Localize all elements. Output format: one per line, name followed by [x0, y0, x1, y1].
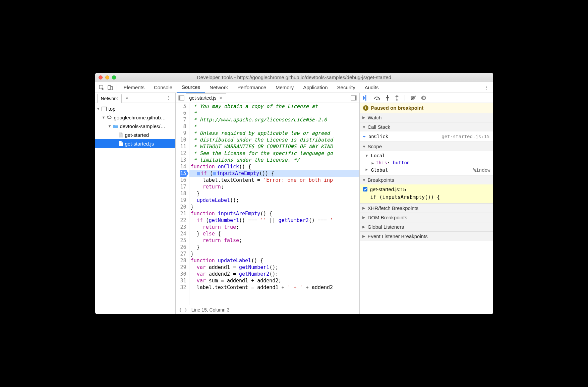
- editor-pane: get-started.js ✕ 56789101112131415161718…: [176, 93, 360, 314]
- navigator-overflow-icon[interactable]: »: [123, 95, 131, 101]
- pause-exceptions-icon[interactable]: [421, 95, 426, 101]
- tab-security[interactable]: Security: [333, 82, 360, 93]
- svg-rect-9: [365, 95, 366, 101]
- svg-point-14: [396, 99, 398, 101]
- tab-application[interactable]: Application: [298, 82, 332, 93]
- navigator-menu-icon[interactable]: ⋮: [163, 95, 174, 101]
- devtools-window: Developer Tools - https://googlechrome.g…: [95, 73, 493, 314]
- svg-rect-3: [102, 107, 107, 111]
- close-icon[interactable]: [99, 75, 103, 79]
- tab-memory[interactable]: Memory: [271, 82, 298, 93]
- svg-rect-2: [110, 87, 113, 90]
- svg-point-12: [387, 99, 388, 101]
- tab-network[interactable]: Network: [205, 82, 233, 93]
- tab-console[interactable]: Console: [149, 82, 177, 93]
- section-event-listeners[interactable]: ▶Event Listener Breakpoints: [360, 232, 493, 241]
- pretty-print-icon[interactable]: { }: [179, 307, 187, 313]
- paused-banner: i Paused on breakpoint: [360, 103, 493, 113]
- section-callstack[interactable]: ▼Call Stack: [360, 122, 493, 131]
- resume-icon[interactable]: [362, 95, 369, 101]
- tree-folder[interactable]: ▼ devtools-samples/…: [95, 122, 175, 130]
- close-tab-icon[interactable]: ✕: [219, 96, 223, 101]
- tree-top[interactable]: ▼ top: [95, 104, 175, 113]
- svg-rect-17: [423, 97, 424, 99]
- file-icon: [118, 141, 123, 146]
- toggle-debugger-icon[interactable]: [349, 95, 358, 101]
- step-into-icon[interactable]: [385, 95, 390, 101]
- section-watch[interactable]: ▶Watch: [360, 113, 493, 122]
- editor-tab[interactable]: get-started.js ✕: [186, 93, 227, 102]
- device-toggle-icon[interactable]: [106, 82, 115, 93]
- tree-file-js[interactable]: get-started.js: [95, 139, 175, 148]
- minimize-icon[interactable]: [105, 75, 109, 79]
- section-breakpoints[interactable]: ▼Breakpoints: [360, 175, 493, 184]
- main-tab-strip: ElementsConsoleSourcesNetworkPerformance…: [95, 82, 493, 93]
- more-icon[interactable]: ⋮: [482, 82, 491, 93]
- breakpoint-item[interactable]: get-started.js:15: [360, 184, 493, 194]
- navigator-tab-network[interactable]: Network: [97, 94, 122, 103]
- scope-local[interactable]: ▼Local: [360, 152, 493, 159]
- file-icon: [118, 132, 123, 137]
- debugger-toolbar: [360, 93, 493, 103]
- titlebar: Developer Tools - https://googlechrome.g…: [95, 73, 493, 82]
- section-xhr[interactable]: ▶XHR/fetch Breakpoints: [360, 204, 493, 213]
- tab-sources[interactable]: Sources: [177, 82, 205, 93]
- scope-global[interactable]: ▶GlobalWindow: [360, 166, 493, 174]
- svg-point-10: [376, 99, 377, 100]
- tree-file-html[interactable]: get-started: [95, 130, 175, 139]
- editor-tab-label: get-started.js: [189, 95, 217, 101]
- tab-performance[interactable]: Performance: [233, 82, 271, 93]
- maximize-icon[interactable]: [112, 75, 116, 79]
- debugger-pane: i Paused on breakpoint ▶Watch ▼Call Stac…: [360, 93, 493, 314]
- step-over-icon[interactable]: [374, 96, 380, 100]
- editor-statusbar: { } Line 15, Column 3: [176, 305, 359, 314]
- breakpoint-code: if (inputsAreEmpty()) {: [360, 194, 493, 203]
- folder-icon: [113, 123, 118, 129]
- navigator-pane: Network » ⋮ ▼ top ▼ googlechrome.github……: [95, 93, 176, 314]
- window-controls: [99, 75, 116, 79]
- scope-this[interactable]: ▶this: button: [360, 159, 493, 166]
- window-title: Developer Tools - https://googlechrome.g…: [95, 74, 493, 80]
- code-editor[interactable]: 5678910111213141516171819202122232425262…: [176, 103, 359, 305]
- tab-elements[interactable]: Elements: [119, 82, 150, 93]
- cursor-position: Line 15, Column 3: [191, 307, 230, 313]
- svg-rect-18: [424, 97, 425, 99]
- svg-rect-8: [355, 96, 356, 100]
- section-global-listeners[interactable]: ▶Global Listeners: [360, 222, 493, 231]
- current-frame-icon: ➨: [363, 134, 366, 139]
- toggle-navigator-icon[interactable]: [177, 95, 186, 101]
- inspect-icon[interactable]: [97, 82, 106, 93]
- cloud-icon: [107, 115, 112, 120]
- svg-rect-6: [179, 96, 180, 100]
- file-tree: ▼ top ▼ googlechrome.github… ▼ devtools-…: [95, 103, 175, 314]
- section-dom[interactable]: ▶DOM Breakpoints: [360, 213, 493, 222]
- step-out-icon[interactable]: [395, 95, 399, 101]
- info-icon: i: [363, 105, 368, 111]
- window-icon: [102, 106, 107, 111]
- callstack-frame[interactable]: ➨ onClick get-started.js:15: [360, 132, 493, 141]
- deactivate-breakpoints-icon[interactable]: [410, 96, 416, 100]
- tree-domain[interactable]: ▼ googlechrome.github…: [95, 113, 175, 122]
- svg-marker-16: [421, 96, 426, 100]
- breakpoint-checkbox[interactable]: [363, 187, 367, 191]
- tab-audits[interactable]: Audits: [360, 82, 384, 93]
- section-scope[interactable]: ▼Scope: [360, 142, 493, 151]
